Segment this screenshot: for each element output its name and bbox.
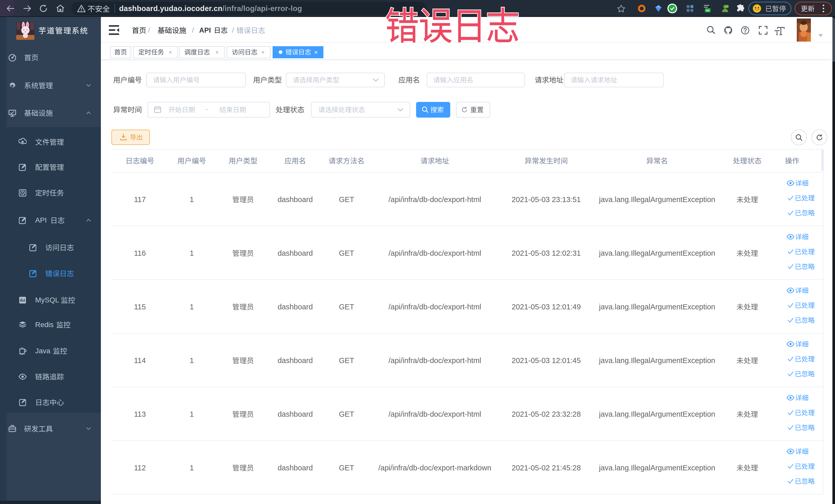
svg-text:on: on <box>706 9 710 12</box>
